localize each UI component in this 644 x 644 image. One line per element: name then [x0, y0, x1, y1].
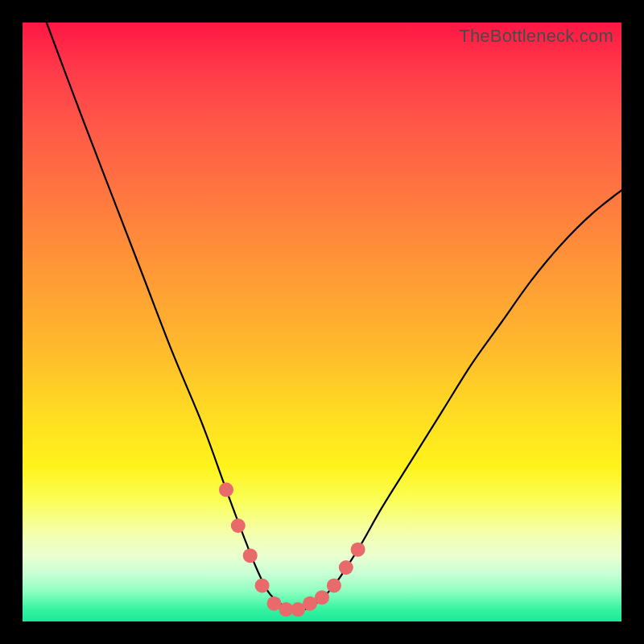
highlight-marker [255, 578, 270, 592]
bottleneck-curve [47, 23, 621, 610]
bottleneck-curve-svg [23, 23, 621, 621]
highlight-marker [231, 518, 246, 533]
plot-area: TheBottleneck.com [23, 23, 621, 621]
highlight-marker [219, 482, 233, 497]
highlight-marker [315, 590, 329, 605]
highlight-marker [327, 578, 341, 592]
highlight-markers [219, 482, 365, 617]
highlight-marker [243, 548, 258, 563]
highlight-marker [339, 560, 353, 575]
chart-frame: TheBottleneck.com [0, 0, 644, 644]
highlight-marker [351, 543, 365, 557]
